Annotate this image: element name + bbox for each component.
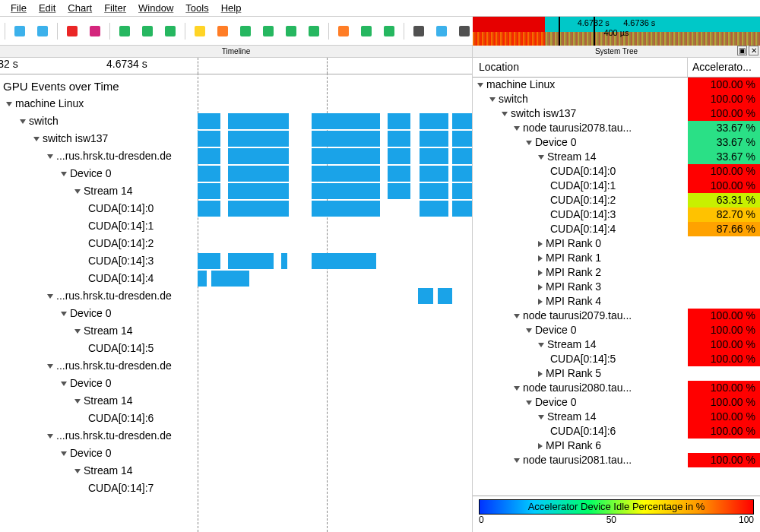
system-tree-row[interactable]: CUDA[0:14]:487.66 % [473, 222, 760, 236]
expand-icon[interactable] [61, 451, 67, 456]
expand-icon[interactable] [33, 137, 40, 141]
event-bar[interactable] [198, 183, 220, 199]
system-tree-row[interactable]: CUDA[0:14]:1100.00 % [473, 179, 760, 193]
event-bar[interactable] [198, 253, 220, 269]
timeline-tree-item[interactable]: switch [0, 112, 198, 130]
system-tree-row[interactable]: node taurusi2079.tau...100.00 % [473, 309, 760, 323]
system-tree-row[interactable]: Device 033.67 % [473, 135, 760, 150]
event-bar[interactable] [438, 288, 452, 304]
hierarchy-icon[interactable] [379, 21, 399, 41]
timeline-tree-item[interactable]: ...rus.hrsk.tu-dresden.de [0, 147, 198, 165]
event-bar[interactable] [198, 131, 220, 147]
timeline-tree[interactable]: GPU Events over Time machine Linuxswitch… [0, 74, 198, 532]
overview-minimap[interactable]: 4.6732 s 4.6736 s 400 µs [473, 17, 760, 46]
event-bar[interactable] [452, 113, 472, 129]
event-bar[interactable] [228, 253, 274, 269]
expand-icon[interactable] [74, 469, 81, 473]
event-bar[interactable] [452, 201, 472, 217]
timeline-tree-item[interactable]: CUDA[0:14]:7 [0, 480, 198, 497]
event-bar[interactable] [388, 113, 410, 129]
system-tree-row[interactable]: node taurusi2081.tau...100.00 % [473, 453, 760, 467]
expand-icon[interactable] [61, 382, 67, 386]
expand-icon[interactable] [526, 328, 532, 333]
timeline-tree-item[interactable]: Device 0 [0, 445, 198, 462]
timeline-tree-item[interactable]: Stream 14 [0, 322, 198, 340]
home-icon[interactable] [213, 21, 233, 41]
refresh-icon[interactable] [85, 21, 105, 41]
event-bar[interactable] [312, 201, 380, 217]
expand-icon[interactable] [538, 443, 543, 449]
system-tree-row[interactable]: CUDA[0:14]:6100.00 % [473, 424, 760, 439]
grid-icon[interactable] [334, 21, 353, 41]
event-bar[interactable] [420, 201, 448, 217]
event-bar[interactable] [281, 253, 287, 269]
event-bar[interactable] [420, 183, 448, 199]
timeline-tree-item[interactable]: CUDA[0:14]:1 [0, 217, 198, 235]
up-icon[interactable] [304, 21, 324, 41]
event-bar[interactable] [228, 113, 289, 129]
system-tree-row[interactable]: MPI Rank 4 [473, 294, 760, 309]
timeline-tree-item[interactable]: CUDA[0:14]:6 [0, 410, 198, 427]
expand-icon[interactable] [526, 401, 532, 405]
event-bar[interactable] [452, 166, 472, 182]
expand-icon[interactable] [61, 172, 67, 176]
menu-help[interactable]: Help [215, 1, 248, 15]
event-bar[interactable] [420, 166, 448, 182]
system-tree-row[interactable]: Stream 14100.00 % [473, 410, 760, 424]
event-bar[interactable] [452, 148, 472, 164]
event-bar[interactable] [420, 148, 448, 164]
timeline-tree-item[interactable]: machine Linux [0, 95, 198, 112]
event-bar[interactable] [452, 131, 472, 147]
system-tree-row[interactable]: node taurusi2078.tau...33.67 % [473, 121, 760, 135]
expand-icon[interactable] [538, 299, 543, 305]
event-bar[interactable] [228, 201, 289, 217]
event-bar[interactable] [418, 288, 433, 304]
system-tree-row[interactable]: MPI Rank 1 [473, 251, 760, 265]
back-icon[interactable] [258, 21, 278, 41]
system-tree-row[interactable]: switch100.00 % [473, 92, 760, 106]
timeline-tree-item[interactable]: Stream 14 [0, 392, 198, 410]
pin-icon[interactable] [432, 21, 451, 41]
system-tree-row[interactable]: CUDA[0:14]:5100.00 % [473, 352, 760, 366]
expand-icon[interactable] [489, 97, 496, 102]
event-bar[interactable] [198, 166, 220, 182]
expand-icon[interactable] [514, 314, 520, 318]
system-tree-row[interactable]: Stream 14100.00 % [473, 337, 760, 352]
system-tree-header[interactable]: Location Accelerato... [473, 58, 760, 78]
expand-icon[interactable] [6, 102, 12, 106]
system-tree-row[interactable]: MPI Rank 6 [473, 439, 760, 453]
system-tree-row[interactable]: Stream 1433.67 % [473, 150, 760, 164]
menu-edit[interactable]: Edit [33, 1, 62, 15]
timeline-tree-item[interactable]: CUDA[0:14]:0 [0, 200, 198, 217]
timeline-tree-item[interactable]: Device 0 [0, 165, 198, 182]
list-icon[interactable] [409, 21, 429, 41]
expand-icon[interactable] [74, 399, 81, 404]
event-bar[interactable] [452, 183, 472, 199]
timeline-tree-item[interactable]: Device 0 [0, 375, 198, 392]
menu-filter[interactable]: Filter [98, 1, 132, 15]
undock-icon[interactable]: ▣ [737, 46, 747, 55]
event-bar[interactable] [312, 148, 380, 164]
event-bar[interactable] [420, 113, 448, 129]
note-icon[interactable] [454, 21, 474, 41]
event-bar[interactable] [198, 271, 207, 287]
time-ruler[interactable]: 4.6732 s4.6734 s [0, 58, 472, 74]
system-tree-row[interactable]: node taurusi2080.tau...100.00 % [473, 381, 760, 395]
event-bar[interactable] [388, 166, 410, 182]
expand-icon[interactable] [502, 112, 508, 116]
expand-icon[interactable] [20, 119, 26, 124]
event-bar[interactable] [198, 201, 220, 217]
menu-chart[interactable]: Chart [62, 1, 98, 15]
close-icon[interactable]: ✕ [749, 46, 758, 55]
system-tree-row[interactable]: Device 0100.00 % [473, 395, 760, 410]
system-tree-row[interactable]: MPI Rank 0 [473, 236, 760, 251]
chart2-icon[interactable] [33, 21, 52, 41]
timeline-tree-item[interactable]: switch isw137 [0, 130, 198, 147]
timeline-tree-item[interactable]: Stream 14 [0, 182, 198, 200]
timeline-tree-item[interactable]: CUDA[0:14]:2 [0, 235, 198, 252]
expand-icon[interactable] [514, 126, 520, 131]
system-tree-row[interactable]: CUDA[0:14]:382.70 % [473, 207, 760, 222]
event-bar[interactable] [228, 166, 289, 182]
system-tree-row[interactable]: machine Linux100.00 % [473, 78, 760, 92]
event-bar[interactable] [228, 148, 289, 164]
